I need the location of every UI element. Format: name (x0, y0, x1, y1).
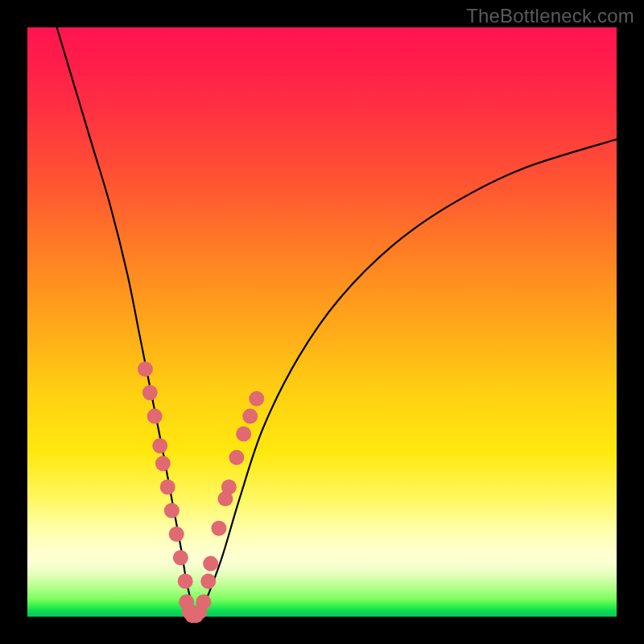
watermark-text: TheBottleneck.com (466, 5, 634, 27)
highlight-dot (211, 521, 226, 536)
curve-layer (27, 27, 617, 617)
highlight-dot (160, 479, 175, 494)
highlight-dot (178, 574, 193, 589)
highlight-dot (200, 574, 216, 589)
highlight-dot (138, 361, 153, 377)
highlight-dot (203, 556, 218, 572)
highlight-dot (229, 450, 244, 465)
highlight-dot (155, 456, 171, 471)
highlight-dot (147, 409, 163, 424)
chart-frame: TheBottleneck.com (0, 0, 644, 644)
highlight-dot (221, 479, 237, 494)
highlight-dot (169, 526, 184, 542)
highlight-dot (173, 550, 188, 565)
highlight-dot (142, 385, 158, 400)
bottleneck-curve (57, 27, 617, 616)
highlight-dot (164, 503, 180, 518)
highlight-dots-group (138, 361, 264, 623)
plot-area (27, 27, 617, 617)
highlight-dot (196, 594, 211, 609)
highlight-dot (249, 391, 264, 407)
highlight-dot (242, 409, 258, 424)
highlight-dot (236, 427, 251, 442)
highlight-dot (152, 438, 167, 453)
